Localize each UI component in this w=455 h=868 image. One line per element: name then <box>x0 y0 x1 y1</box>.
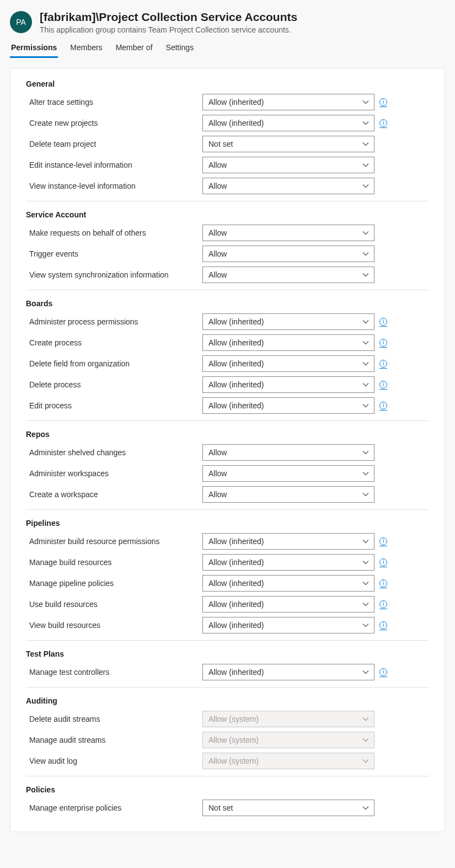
permission-row: Manage test controllersAllow (inherited)… <box>26 662 429 683</box>
permission-label: Delete audit streams <box>26 715 202 723</box>
divider <box>26 687 429 688</box>
permission-select[interactable]: Allow (inherited) <box>202 664 374 680</box>
permission-value: Allow (inherited) <box>208 380 264 389</box>
permission-row: Administer workspacesAllow <box>26 463 429 484</box>
permission-select[interactable]: Allow (inherited) <box>202 533 374 550</box>
permission-select[interactable]: Allow (inherited) <box>202 313 374 330</box>
divider <box>26 640 429 641</box>
permission-select[interactable]: Allow (inherited) <box>202 397 374 414</box>
permission-label: Alter trace settings <box>26 98 202 106</box>
permission-label: Administer process permissions <box>26 317 202 326</box>
permission-row: Edit instance-level informationAllow <box>26 155 429 175</box>
tab-bar: PermissionsMembersMember ofSettings <box>10 40 445 58</box>
permission-row: Create processAllow (inherited)i <box>26 332 429 353</box>
permission-label: Delete team project <box>26 140 202 148</box>
section-title: Auditing <box>26 696 429 705</box>
permission-value: Allow (inherited) <box>208 119 264 127</box>
permission-row: Use build resourcesAllow (inherited)i <box>26 594 429 615</box>
permission-value: Allow <box>208 448 227 457</box>
permission-select[interactable]: Allow <box>202 267 374 283</box>
permission-select[interactable]: Allow <box>202 444 374 461</box>
permission-row: Manage build resourcesAllow (inherited)i <box>26 552 429 573</box>
tab-members[interactable]: Members <box>69 40 103 58</box>
permission-value: Not set <box>208 140 233 148</box>
permission-select[interactable]: Allow <box>202 246 374 262</box>
info-icon[interactable]: i <box>379 558 387 566</box>
permission-label: Manage enterprise policies <box>26 803 202 812</box>
info-icon[interactable]: i <box>379 621 387 629</box>
permission-value: Allow (inherited) <box>208 537 264 546</box>
permission-row: Create a workspaceAllow <box>26 484 429 505</box>
permission-value: Allow (inherited) <box>208 338 264 347</box>
permission-select[interactable]: Allow <box>202 465 374 482</box>
info-icon[interactable]: i <box>379 318 387 326</box>
permission-select[interactable]: Allow (inherited) <box>202 575 374 592</box>
tab-settings[interactable]: Settings <box>165 40 195 58</box>
tab-permissions[interactable]: Permissions <box>10 40 58 58</box>
section-title: Policies <box>26 785 429 794</box>
permission-row: Administer process permissionsAllow (inh… <box>26 311 429 332</box>
info-icon[interactable]: i <box>379 402 387 409</box>
divider <box>26 201 429 201</box>
info-icon[interactable]: i <box>379 360 387 368</box>
avatar: PA <box>10 11 32 33</box>
section-title: Service Account <box>26 210 429 219</box>
permission-value: Allow <box>208 270 227 279</box>
permission-label: View instance-level information <box>26 182 202 190</box>
permission-row: View audit logAllow (system) <box>26 750 429 771</box>
permission-select: Allow (system) <box>202 753 374 769</box>
tab-member-of[interactable]: Member of <box>115 40 154 58</box>
permission-label: Manage test controllers <box>26 668 202 677</box>
info-icon[interactable]: i <box>379 537 387 545</box>
permission-value: Not set <box>208 803 233 812</box>
permission-value: Allow (inherited) <box>208 401 264 410</box>
permission-select[interactable]: Allow <box>202 178 374 194</box>
page-subtitle: This application group contains Team Pro… <box>40 25 445 34</box>
divider <box>26 509 429 510</box>
permission-row: Make requests on behalf of othersAllow <box>26 222 429 243</box>
permission-select[interactable]: Allow (inherited) <box>202 554 374 571</box>
permission-select[interactable]: Not set <box>202 136 374 152</box>
permission-row: View system synchronization informationA… <box>26 264 429 285</box>
permission-select[interactable]: Allow <box>202 225 374 241</box>
section-title: Pipelines <box>26 519 429 528</box>
permission-select[interactable]: Not set <box>202 800 374 816</box>
info-icon[interactable]: i <box>379 600 387 608</box>
info-icon[interactable]: i <box>379 98 387 106</box>
info-icon[interactable]: i <box>379 339 387 347</box>
info-icon[interactable]: i <box>379 119 387 127</box>
permission-label: View build resources <box>26 621 202 630</box>
permission-value: Allow (inherited) <box>208 600 264 609</box>
permission-row: Delete field from organizationAllow (inh… <box>26 353 429 374</box>
permission-select[interactable]: Allow <box>202 486 374 503</box>
permission-row: Manage pipeline policiesAllow (inherited… <box>26 573 429 594</box>
permission-select[interactable]: Allow <box>202 157 374 173</box>
permission-row: Delete team projectNot set <box>26 134 429 155</box>
permission-value: Allow (inherited) <box>208 621 264 630</box>
permission-row: Delete processAllow (inherited)i <box>26 374 429 395</box>
info-icon[interactable]: i <box>379 579 387 587</box>
permission-select[interactable]: Allow (inherited) <box>202 115 374 131</box>
permission-value: Allow (system) <box>208 757 259 765</box>
info-icon[interactable]: i <box>379 381 387 388</box>
permission-row: Edit processAllow (inherited)i <box>26 395 429 416</box>
info-icon[interactable]: i <box>379 668 387 676</box>
permission-row: Manage audit streamsAllow (system) <box>26 729 429 750</box>
permission-select[interactable]: Allow (inherited) <box>202 334 374 351</box>
permission-select[interactable]: Allow (inherited) <box>202 355 374 372</box>
permission-value: Allow (inherited) <box>208 579 264 588</box>
permission-label: Administer shelved changes <box>26 448 202 457</box>
permission-label: Create process <box>26 338 202 347</box>
permission-select[interactable]: Allow (inherited) <box>202 376 374 393</box>
permission-row: Alter trace settingsAllow (inherited)i <box>26 92 429 113</box>
permission-value: Allow <box>208 182 227 190</box>
permission-select[interactable]: Allow (inherited) <box>202 617 374 633</box>
section-title: Boards <box>26 299 429 308</box>
permission-row: Administer build resource permissionsAll… <box>26 531 429 552</box>
permission-select[interactable]: Allow (inherited) <box>202 94 374 110</box>
permission-select[interactable]: Allow (inherited) <box>202 596 374 613</box>
permission-label: Administer workspaces <box>26 469 202 478</box>
permission-label: Delete process <box>26 380 202 389</box>
permission-row: View build resourcesAllow (inherited)i <box>26 615 429 636</box>
divider <box>26 776 429 776</box>
